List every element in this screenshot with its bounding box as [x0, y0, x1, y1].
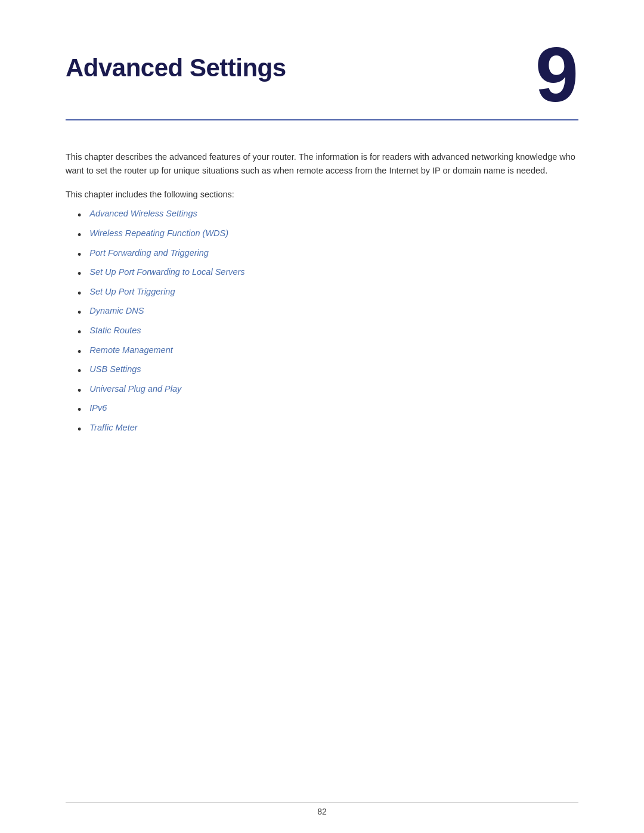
- toc-list-item: •Traffic Meter: [78, 423, 578, 436]
- bullet-icon: •: [78, 404, 81, 417]
- bullet-icon: •: [78, 326, 81, 339]
- toc-list-item: •Dynamic DNS: [78, 306, 578, 320]
- bullet-icon: •: [78, 306, 81, 320]
- header-section: Advanced Settings 9: [66, 48, 578, 113]
- toc-link-7[interactable]: Remote Management: [89, 345, 172, 355]
- bullet-icon: •: [78, 365, 81, 378]
- toc-list-item: •USB Settings: [78, 364, 578, 378]
- bullet-icon: •: [78, 346, 81, 359]
- bullet-icon: •: [78, 385, 81, 398]
- toc-link-4[interactable]: Set Up Port Triggering: [89, 287, 175, 296]
- header-divider: [66, 119, 578, 120]
- footer-divider: [66, 803, 578, 803]
- toc-list-item: •Set Up Port Forwarding to Local Servers: [78, 267, 578, 281]
- bullet-icon: •: [78, 268, 81, 281]
- toc-link-5[interactable]: Dynamic DNS: [89, 306, 144, 315]
- toc-list-item: •Port Forwarding and Triggering: [78, 248, 578, 262]
- toc-link-9[interactable]: Universal Plug and Play: [89, 384, 181, 394]
- toc-link-0[interactable]: Advanced Wireless Settings: [89, 209, 197, 218]
- bullet-icon: •: [78, 229, 81, 242]
- toc-link-3[interactable]: Set Up Port Forwarding to Local Servers: [89, 267, 244, 277]
- toc-list: •Advanced Wireless Settings•Wireless Rep…: [78, 209, 578, 442]
- bullet-icon: •: [78, 287, 81, 301]
- sections-label: This chapter includes the following sect…: [66, 190, 578, 199]
- toc-list-item: •IPv6: [78, 403, 578, 417]
- chapter-number: 9: [535, 36, 578, 113]
- toc-list-item: •Advanced Wireless Settings: [78, 209, 578, 222]
- toc-list-item: •Universal Plug and Play: [78, 384, 578, 398]
- toc-list-item: •Wireless Repeating Function (WDS): [78, 228, 578, 242]
- toc-list-item: •Static Routes: [78, 326, 578, 339]
- bullet-icon: •: [78, 249, 81, 262]
- page-number: 82: [317, 807, 327, 816]
- toc-link-2[interactable]: Port Forwarding and Triggering: [89, 248, 209, 258]
- toc-list-item: •Set Up Port Triggering: [78, 287, 578, 301]
- page-container: Advanced Settings 9 This chapter describ…: [0, 0, 644, 833]
- toc-link-1[interactable]: Wireless Repeating Function (WDS): [89, 228, 228, 238]
- bullet-icon: •: [78, 423, 81, 436]
- toc-link-6[interactable]: Static Routes: [89, 326, 141, 335]
- toc-link-10[interactable]: IPv6: [89, 403, 107, 413]
- intro-paragraph-1: This chapter describes the advanced feat…: [66, 150, 578, 178]
- chapter-title: Advanced Settings: [66, 54, 286, 82]
- toc-link-8[interactable]: USB Settings: [89, 364, 141, 374]
- toc-link-11[interactable]: Traffic Meter: [89, 423, 137, 432]
- toc-list-item: •Remote Management: [78, 345, 578, 359]
- bullet-icon: •: [78, 209, 81, 222]
